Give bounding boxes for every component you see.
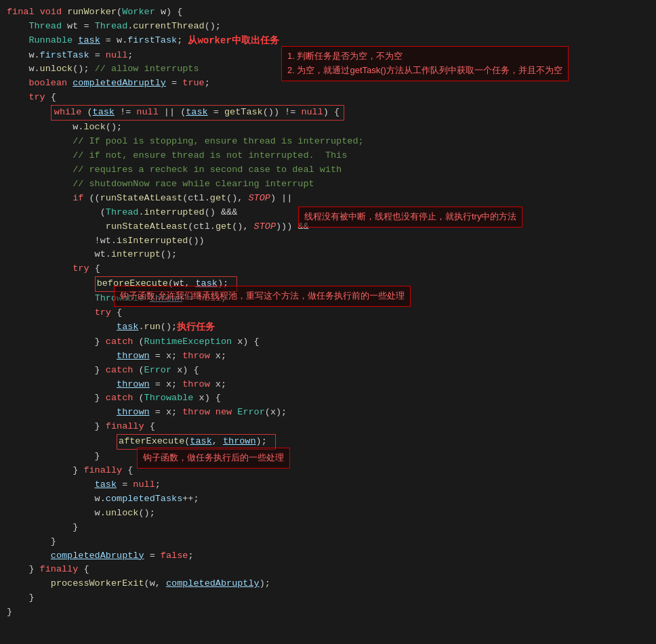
code-line-32: } xyxy=(0,450,656,464)
code-line-29: thrown = x; throw new Error(x); xyxy=(0,406,656,420)
code-line-13: // shutdownNow race while clearing inter… xyxy=(0,177,656,192)
code-line-8: while (task != null || (task = getTask()… xyxy=(0,105,656,121)
code-line-23: task.run();执行任务 xyxy=(0,320,656,335)
code-line-40: } finally { xyxy=(0,563,656,577)
annotation-before-execute: 钩子函数,允许我们继承线程池，重写这个方法，做任务执行前的一些处理 xyxy=(114,286,411,307)
code-line-11: // if not, ensure thread is not interrup… xyxy=(0,149,656,163)
code-line-39: completedAbruptly = false; xyxy=(0,549,656,563)
code-line-42: } xyxy=(0,591,656,605)
code-line-37: } xyxy=(0,521,656,535)
code-editor: 1. 判断任务是否为空，不为空 2. 为空，就通过getTask()方法从工作队… xyxy=(0,0,656,625)
code-line-2: Thread wt = Thread.currentThread(); xyxy=(0,20,656,34)
code-line-18: wt.interrupt(); xyxy=(0,248,656,262)
code-line-43: } xyxy=(0,605,656,620)
code-line-33: } finally { xyxy=(0,464,656,478)
code-line-1: final void runWorker(Worker w) { xyxy=(0,5,656,20)
code-line-22: try { xyxy=(0,306,656,320)
code-line-14: if ((runStateAtLeast(ctl.get(), STOP) || xyxy=(0,192,656,206)
code-line-26: } catch (Error x) { xyxy=(0,364,656,378)
code-line-7: try { xyxy=(0,91,656,105)
code-line-9: w.lock(); xyxy=(0,121,656,135)
annotation-after-execute: 钩子函数，做任务执行后的一些处理 xyxy=(137,448,290,469)
code-line-10: // If pool is stopping, ensure thread is… xyxy=(0,135,656,149)
code-line-28: } catch (Throwable x) { xyxy=(0,391,656,406)
code-line-41: processWorkerExit(w, completedAbruptly); xyxy=(0,577,656,591)
code-line-27: thrown = x; throw x; xyxy=(0,378,656,392)
code-line-19: try { xyxy=(0,262,656,276)
code-line-25: thrown = x; throw x; xyxy=(0,349,656,364)
code-line-34: task = null; xyxy=(0,478,656,492)
code-line-17: !wt.isInterrupted()) xyxy=(0,234,656,249)
annotation-thread-state: 线程没有被中断，线程也没有停止，就执行try中的方法 xyxy=(298,207,522,228)
annotation-worker-task: 1. 判断任务是否为空，不为空 2. 为空，就通过getTask()方法从工作队… xyxy=(281,46,569,81)
code-line-24: } catch (RuntimeException x) { xyxy=(0,335,656,349)
code-line-31: afterExecute(task, thrown); xyxy=(0,434,656,450)
code-line-36: w.unlock(); xyxy=(0,507,656,521)
code-line-38: } xyxy=(0,535,656,549)
code-line-35: w.completedTasks++; xyxy=(0,492,656,507)
code-line-30: } finally { xyxy=(0,420,656,434)
code-line-12: // requires a recheck in second case to … xyxy=(0,163,656,177)
